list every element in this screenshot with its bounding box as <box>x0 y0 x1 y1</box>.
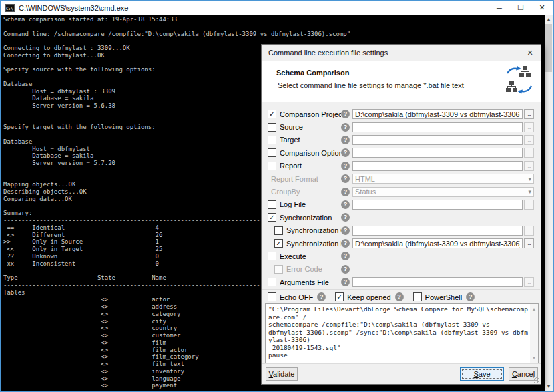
log-file-checkbox[interactable] <box>268 200 276 209</box>
target-checkbox[interactable] <box>268 136 276 144</box>
help-icon[interactable]: ? <box>341 226 350 235</box>
help-icon[interactable]: ? <box>341 213 350 222</box>
minimize-button[interactable]: ─ <box>489 1 510 15</box>
dropdown-arrow-icon: ▾ <box>528 176 531 182</box>
arguments-file-label-group: Arguments File <box>262 278 341 286</box>
dialog-titlebar[interactable]: Command line execution file settings ✕ <box>262 45 541 61</box>
help-icon[interactable]: ? <box>341 278 350 286</box>
help-icon[interactable]: ? <box>341 110 350 118</box>
echo-off-checkbox[interactable] <box>268 292 276 301</box>
log-file-label-group: Log File <box>262 200 341 209</box>
error-code-checkbox[interactable] <box>274 265 283 274</box>
resize-grip[interactable] <box>533 377 539 383</box>
keep-opened-checkbox[interactable]: ✓ <box>335 292 344 301</box>
bat-file-text[interactable]: "C:\Program Files\Devart\dbForge Schema … <box>266 304 538 359</box>
field-row-synchronization: ✓Synchronization? <box>262 211 540 224</box>
execute-checkbox[interactable] <box>268 252 276 260</box>
dialog-options: Echo OFF?✓Keep opened?PowerShell? <box>268 292 484 302</box>
synchronization-options-checkbox[interactable] <box>274 226 283 235</box>
scroll-down-icon[interactable]: ▼ <box>530 353 538 362</box>
synchronization-file-input[interactable] <box>352 238 523 248</box>
groupby-select[interactable]: Status▾ <box>352 187 534 197</box>
comparison-options-input[interactable] <box>352 148 523 158</box>
log-file-input[interactable] <box>352 200 523 210</box>
synchronization-checkbox[interactable]: ✓ <box>268 213 276 222</box>
comparison-project-input[interactable] <box>352 109 523 119</box>
command-line-settings-dialog: Command line execution file settings ✕ S… <box>261 44 541 385</box>
dialog-button-bar: Validate Save Cancel <box>262 363 541 384</box>
error-code-label: Error Code <box>286 265 322 273</box>
report-format-value: HTML <box>355 175 375 183</box>
report-format-select[interactable]: HTML▾ <box>352 174 534 184</box>
target-input[interactable] <box>352 135 523 145</box>
comparison-project-checkbox[interactable]: ✓ <box>268 110 276 118</box>
target-browse-button[interactable]: ... <box>524 135 534 145</box>
synchronization-file-checkbox[interactable]: ✓ <box>274 239 283 248</box>
synchronization-options-label-group: Synchronization Options <box>262 226 341 235</box>
comparison-options-label: Comparison Options <box>280 149 341 157</box>
powershell-checkbox[interactable] <box>413 292 422 301</box>
field-row-report-format: Report Format?HTML▾ <box>262 172 540 185</box>
report-browse-button[interactable]: ... <box>524 161 534 171</box>
field-row-execute: Execute? <box>262 250 540 262</box>
synchronization-options-browse-button[interactable]: ... <box>524 226 534 236</box>
window-title: C:\WINDOWS\system32\cmd.exe <box>19 4 489 12</box>
help-icon[interactable]: ? <box>341 200 350 209</box>
field-row-synchronization-file: ✓Synchronization File?... <box>262 237 540 250</box>
comparison-options-browse-button[interactable]: ... <box>524 148 534 158</box>
maximize-button[interactable]: ☐ <box>510 1 531 15</box>
schema-comparison-heading: Schema Comparison <box>276 69 349 77</box>
dialog-header: Schema Comparison Select command line fi… <box>262 61 541 102</box>
help-icon[interactable]: ? <box>341 188 350 196</box>
schema-compare-icon <box>505 65 534 95</box>
dialog-close-icon[interactable]: ✕ <box>523 47 537 58</box>
synchronization-label: Synchronization <box>280 214 332 222</box>
console-scrollbar[interactable]: ▲ ▼ <box>545 15 553 391</box>
scroll-up-icon[interactable]: ▲ <box>530 305 538 313</box>
source-label-group: Source <box>262 123 341 132</box>
source-browse-button[interactable]: ... <box>524 122 534 132</box>
help-icon[interactable]: ? <box>341 136 350 144</box>
bat-file-text-box[interactable]: "C:\Program Files\Devart\dbForge Schema … <box>265 303 539 363</box>
report-input[interactable] <box>352 161 523 171</box>
arguments-file-checkbox[interactable] <box>268 278 276 286</box>
help-icon[interactable]: ? <box>341 239 350 248</box>
source-checkbox[interactable] <box>268 123 276 132</box>
help-icon[interactable]: ? <box>341 252 350 260</box>
validate-button[interactable]: Validate <box>266 367 298 381</box>
option-echo-off: Echo OFF? <box>268 292 326 301</box>
report-label: Report <box>280 162 302 170</box>
log-file-browse-button[interactable]: ... <box>524 200 534 210</box>
scroll-down-icon[interactable]: ▼ <box>547 382 551 391</box>
powershell-label: PowerShell <box>425 293 463 301</box>
arguments-file-browse-button[interactable]: ... <box>524 277 534 287</box>
help-icon[interactable]: ? <box>341 162 350 170</box>
comparison-options-checkbox[interactable] <box>268 148 276 157</box>
help-icon[interactable]: ? <box>341 265 350 274</box>
textarea-scrollbar[interactable]: ▲ ▼ <box>530 304 538 363</box>
keep-opened-label: Keep opened <box>347 293 390 301</box>
help-icon[interactable]: ? <box>466 292 475 301</box>
synchronization-file-label-group: ✓Synchronization File <box>262 239 341 248</box>
scroll-up-icon[interactable]: ▲ <box>547 15 551 23</box>
scrollbar-thumb[interactable] <box>545 24 552 72</box>
synchronization-file-browse-button[interactable]: ... <box>524 238 534 248</box>
help-icon[interactable]: ? <box>341 148 350 157</box>
option-keep-opened: ✓Keep opened? <box>335 292 403 301</box>
help-icon[interactable]: ? <box>341 123 350 132</box>
dialog-title: Command line execution file settings <box>268 49 523 57</box>
error-code-label-group: Error Code <box>262 265 341 274</box>
help-icon[interactable]: ? <box>341 174 350 183</box>
synchronization-options-input[interactable] <box>352 226 523 236</box>
save-button[interactable]: Save <box>460 367 504 381</box>
source-input[interactable] <box>352 122 523 132</box>
titlebar[interactable]: C:\_ C:\WINDOWS\system32\cmd.exe ─ ☐ ✕ <box>1 1 553 15</box>
report-checkbox[interactable] <box>268 162 276 170</box>
comparison-project-browse-button[interactable]: ... <box>524 109 534 119</box>
help-icon[interactable]: ? <box>395 292 404 301</box>
synchronization-file-label: Synchronization File <box>286 240 341 248</box>
help-icon[interactable]: ? <box>317 292 326 301</box>
close-button[interactable]: ✕ <box>531 1 553 15</box>
arguments-file-input[interactable] <box>352 277 523 287</box>
field-row-log-file: Log File?... <box>262 198 540 211</box>
